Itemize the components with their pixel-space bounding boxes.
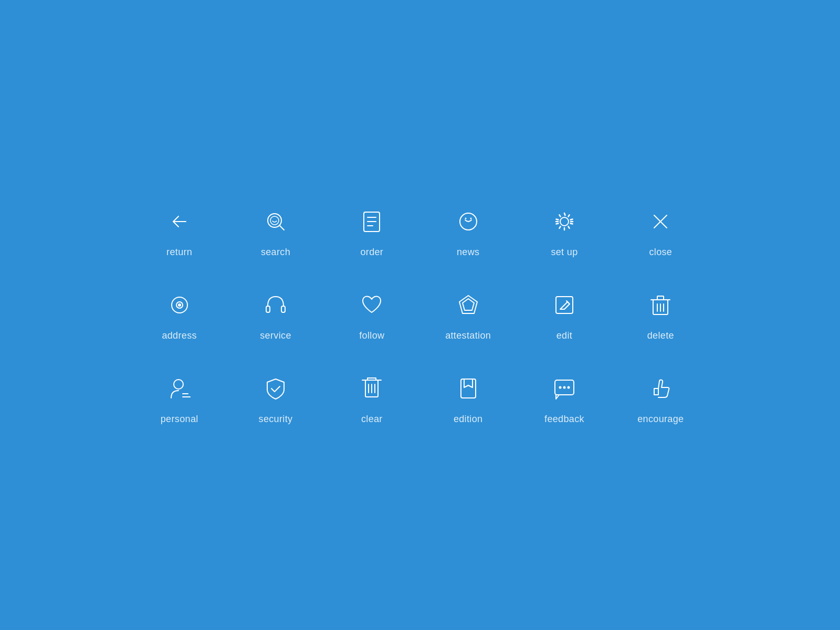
security-icon-item[interactable]: security [227,373,323,425]
svg-rect-25 [657,296,664,300]
close-icon [645,206,676,237]
setup-label: set up [551,247,578,258]
svg-rect-37 [461,379,476,398]
service-label: service [260,330,291,341]
svg-point-3 [270,216,279,225]
setup-icon [549,206,580,237]
return-label: return [166,247,192,258]
attestation-label: attestation [445,330,491,341]
edition-label: edition [454,414,483,425]
order-label: order [360,247,383,258]
attestation-icon [453,289,484,321]
close-icon-item[interactable]: close [613,206,709,258]
svg-point-11 [560,217,569,226]
search-icon-item[interactable]: search [227,206,323,258]
clear-label: clear [361,414,383,425]
personal-icon [164,373,195,404]
attestation-icon-item[interactable]: attestation [420,289,516,341]
address-icon [164,289,195,321]
search-icon [260,206,291,237]
return-icon-item[interactable]: return [131,206,227,258]
address-icon-item[interactable]: address [131,289,227,341]
svg-point-41 [567,386,570,388]
encourage-icon [645,373,676,404]
svg-rect-17 [266,306,270,312]
address-label: address [162,330,197,341]
svg-rect-18 [281,306,285,312]
follow-icon [356,289,387,321]
encourage-label: encourage [637,414,684,425]
delete-icon-item[interactable]: delete [613,289,709,341]
svg-marker-20 [463,299,474,310]
security-label: security [259,414,293,425]
delete-label: delete [647,330,674,341]
svg-line-2 [279,225,284,230]
edition-icon [453,373,484,404]
return-icon [164,206,195,237]
service-icon [260,289,291,321]
service-icon-item[interactable]: service [227,289,323,341]
news-icon-item[interactable]: news [420,206,516,258]
edition-icon-item[interactable]: edition [420,373,516,425]
news-label: news [457,247,479,258]
svg-point-29 [174,380,183,389]
order-icon [356,206,387,237]
icon-grid: return search order news [131,206,709,425]
feedback-icon-item[interactable]: feedback [516,373,612,425]
follow-icon-item[interactable]: follow [324,289,420,341]
security-icon [260,373,291,404]
follow-label: follow [359,330,384,341]
personal-icon-item[interactable]: personal [131,373,227,425]
feedback-label: feedback [544,414,584,425]
personal-label: personal [161,414,198,425]
edit-icon [549,289,580,321]
svg-point-10 [470,217,471,219]
news-icon [453,206,484,237]
edit-icon-item[interactable]: edit [516,289,612,341]
clear-icon-item[interactable]: clear [324,373,420,425]
edit-label: edit [556,330,572,341]
feedback-icon [549,373,580,404]
svg-point-40 [563,386,565,388]
svg-point-16 [178,303,181,307]
svg-point-9 [465,217,466,219]
clear-icon [356,373,387,404]
close-label: close [649,247,672,258]
setup-icon-item[interactable]: set up [516,206,612,258]
delete-icon [645,289,676,321]
search-label: search [261,247,290,258]
order-icon-item[interactable]: order [324,206,420,258]
encourage-icon-item[interactable]: encourage [613,373,709,425]
svg-point-39 [559,386,561,388]
